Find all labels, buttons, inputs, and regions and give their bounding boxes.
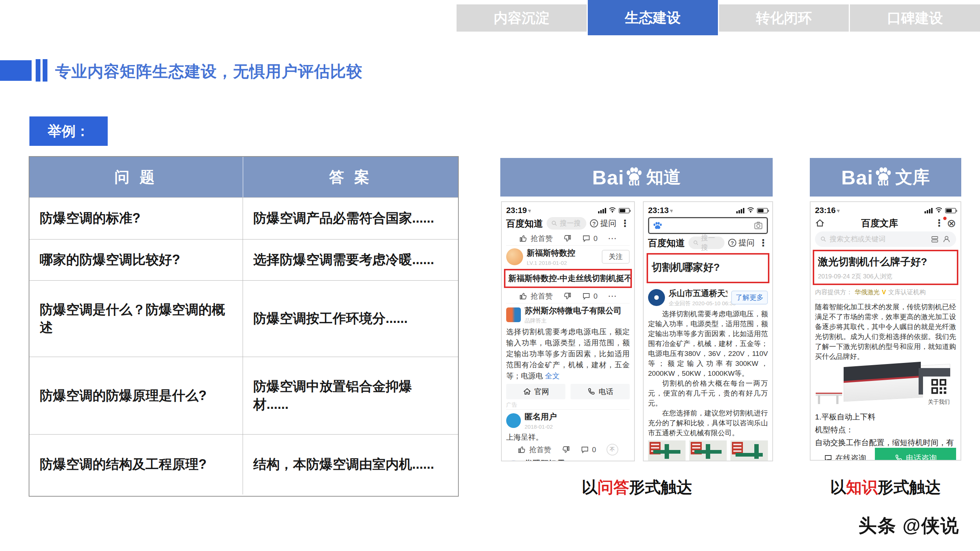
comment-button[interactable]: 0 bbox=[582, 234, 597, 243]
home-icon[interactable] bbox=[815, 218, 825, 228]
verified-badge-icon: V bbox=[882, 289, 886, 296]
status-time: 23:13 bbox=[648, 206, 673, 215]
avatar bbox=[506, 413, 521, 428]
avatar bbox=[506, 460, 521, 461]
follow-button[interactable]: 关注 bbox=[602, 460, 630, 461]
avatar bbox=[648, 289, 665, 306]
dislike-button[interactable] bbox=[563, 234, 572, 243]
signal-icon bbox=[598, 208, 606, 213]
highlighted-answer[interactable]: 新福斯特数控-中走丝线切割机挺不错的 bbox=[504, 269, 632, 288]
app-name: 百度知道 bbox=[648, 237, 685, 249]
machine-photo-thumbnail[interactable] bbox=[689, 440, 727, 461]
answerer-name: 乐山市五通桥天立机械有... bbox=[669, 288, 727, 299]
search-input[interactable]: 搜一搜 bbox=[547, 217, 586, 230]
cell-text: 防爆空调是什么？防爆空调的概述 bbox=[40, 301, 232, 337]
signal-icon bbox=[736, 208, 745, 213]
doc-meta: 2019-09-24 2页 306人浏览 bbox=[818, 272, 953, 281]
comment-button[interactable]: 0 bbox=[581, 445, 596, 454]
app-name: 百度知道 bbox=[506, 218, 543, 230]
official-site-button[interactable]: 官网 bbox=[506, 384, 565, 399]
online-consult-button[interactable]: 在线咨询 bbox=[815, 448, 875, 460]
slide-canvas: 内容沉淀 生态建设 转化闭环 口碑建设 专业内容矩阵生态建设，无惧用户评估比较 … bbox=[0, 0, 980, 551]
full-text-link[interactable]: 全文 bbox=[545, 372, 560, 380]
answer-paragraph: 在您选择前，建议您对切割机进行充分的了解和比较，具体可以咨询乐山市五通桥天立机械… bbox=[648, 408, 768, 438]
phone-zhidao-feed: 23:19 百度知道 搜一搜 提问 抢首赞 0 新福 bbox=[501, 201, 635, 461]
ad-label: 广告 bbox=[506, 402, 630, 408]
like-button[interactable]: 抢首赞 bbox=[517, 445, 551, 455]
battery-icon bbox=[619, 208, 630, 213]
like-button[interactable]: 抢首赞 bbox=[519, 233, 552, 243]
more-actions-icon[interactable] bbox=[608, 291, 617, 301]
phone-call-button[interactable]: 电话 bbox=[571, 384, 630, 399]
top-tab-bar: 内容沉淀 生态建设 转化闭环 口碑建设 bbox=[457, 0, 980, 35]
highlighted-doc-card[interactable]: 激光切割机什么牌子好? 2019-09-24 2页 306人浏览 bbox=[813, 250, 958, 285]
wenku-caption: 以知识形式触达 bbox=[810, 477, 961, 498]
qa-answer-cell: 防爆空调中放置铝合金抑爆材...... bbox=[243, 357, 458, 434]
ask-question-button[interactable]: 提问 bbox=[728, 237, 755, 248]
comment-button[interactable]: 0 bbox=[582, 292, 597, 300]
doc-truncated-line: 自动交换工作台配置，缩短待机时间，有 bbox=[815, 438, 956, 448]
about-us-qr[interactable]: 关于我们 bbox=[923, 376, 955, 405]
machine-photo-thumbnail[interactable] bbox=[648, 440, 686, 461]
cell-text: 防爆空调中放置铝合金抑爆材...... bbox=[253, 378, 418, 413]
qa-answer-cell: 选择防爆空调需要考虑冷暖...... bbox=[243, 239, 458, 280]
qa-question-cell: 防爆空调的标准? bbox=[29, 197, 243, 239]
example-badge: 举例： bbox=[29, 116, 108, 146]
follow-button[interactable]: 关注 bbox=[602, 250, 630, 264]
reader-mode-icon[interactable] bbox=[931, 235, 939, 243]
tab-reputation-building[interactable]: 口碑建设 bbox=[850, 5, 980, 32]
wifi-icon bbox=[747, 207, 754, 214]
qa-question-cell: 防爆空调的结构及工程原理? bbox=[29, 434, 243, 494]
tab-ecosystem-building[interactable]: 生态建设 bbox=[588, 0, 718, 35]
status-bar: 23:13 bbox=[648, 206, 768, 215]
signal-icon bbox=[924, 208, 932, 213]
avatar bbox=[506, 248, 523, 265]
product-name: 文库 bbox=[896, 166, 930, 189]
close-icon[interactable] bbox=[947, 217, 956, 230]
more-menu-icon[interactable] bbox=[620, 218, 630, 229]
qa-answer-cell: 防爆空调按工作环境分...... bbox=[243, 280, 458, 357]
chat-icon bbox=[824, 454, 833, 460]
cell-text: 防爆空调的标准? bbox=[40, 210, 140, 227]
user-card: 新福斯特数控 LV.1 2018-01-02 关注 bbox=[506, 248, 630, 266]
more-menu-icon[interactable] bbox=[934, 218, 944, 229]
tab-conversion-loop[interactable]: 转化闭环 bbox=[719, 5, 849, 32]
highlighted-question[interactable]: 切割机哪家好? bbox=[647, 253, 769, 283]
status-icons bbox=[598, 207, 630, 214]
notification-dot bbox=[943, 217, 947, 220]
contact-buttons: 官网 电话 bbox=[506, 384, 630, 399]
status-bar: 23:19 bbox=[506, 206, 630, 215]
doc-body: 随着智能化加工技术的发展，传统切割机已经满足不了市场的需求，效率更高的激光加工设… bbox=[815, 302, 956, 362]
more-actions-icon[interactable] bbox=[608, 233, 617, 243]
answer-body: 上海呈祥。 bbox=[506, 432, 630, 443]
provider-name[interactable]: 华俄激光 bbox=[855, 288, 880, 297]
provider-cert: 文库认证机构 bbox=[888, 288, 926, 297]
doc-feature-label: 机型特点： bbox=[815, 425, 956, 435]
dislike-button[interactable] bbox=[561, 445, 570, 454]
user-icon[interactable] bbox=[942, 235, 951, 243]
phone-consult-button[interactable]: 电话咨询 bbox=[875, 448, 956, 460]
cell-text: 防爆空调的结构及工程原理? bbox=[40, 456, 207, 473]
not-interested-icon[interactable] bbox=[606, 444, 618, 456]
ask-question-button[interactable]: 提问 bbox=[590, 218, 616, 229]
title-accent-bar bbox=[36, 59, 40, 81]
image-thumbnails bbox=[648, 440, 768, 461]
company-logo bbox=[506, 308, 521, 322]
browser-address-bar[interactable] bbox=[648, 217, 768, 234]
wifi-icon bbox=[935, 207, 942, 214]
qr-code-icon bbox=[929, 376, 949, 396]
search-input[interactable]: 搜一搜 bbox=[689, 237, 724, 249]
user-name: 新福斯特数控 bbox=[527, 248, 598, 259]
status-time: 23:19 bbox=[506, 206, 531, 215]
more-menu-icon[interactable] bbox=[758, 237, 768, 249]
learn-more-button[interactable]: 了解更多 bbox=[731, 291, 768, 305]
machine-photo-thumbnail[interactable] bbox=[730, 440, 768, 461]
doc-search-input[interactable]: 搜索文档或关键词 bbox=[815, 232, 956, 247]
like-button[interactable]: 抢首赞 bbox=[519, 291, 552, 301]
cell-text: 结构，本防爆空调由室内机...... bbox=[253, 456, 434, 473]
wifi-icon bbox=[609, 207, 616, 214]
camera-icon[interactable] bbox=[754, 221, 763, 230]
dislike-button[interactable] bbox=[563, 292, 572, 300]
tab-content-deposit[interactable]: 内容沉淀 bbox=[457, 5, 587, 32]
qa-question-cell: 哪家的防爆空调比较好? bbox=[29, 239, 243, 280]
